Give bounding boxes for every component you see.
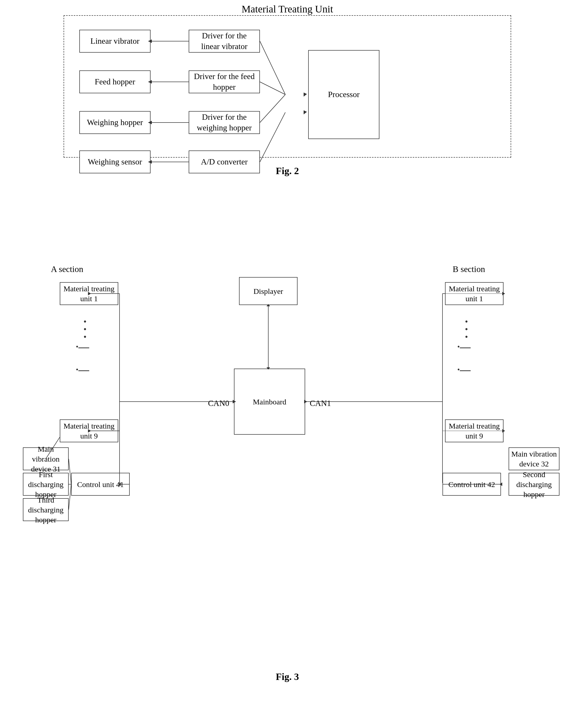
dots-a-1: ···	[83, 318, 87, 341]
svg-line-10	[260, 95, 285, 123]
dots-b-3: ·—	[457, 363, 471, 376]
fig3-inner: A section B section Material treating un…	[20, 254, 554, 661]
svg-marker-41	[499, 483, 502, 486]
svg-marker-3	[148, 80, 152, 84]
fig2-arrows-svg	[64, 16, 511, 157]
fig3-container: A section B section Material treating un…	[20, 254, 554, 682]
svg-marker-32	[502, 292, 505, 295]
svg-marker-1	[148, 40, 152, 43]
svg-marker-15	[267, 304, 270, 306]
fig3-arrows-svg	[20, 254, 554, 661]
fig2-container: Material Treating Unit Linear vibrator F…	[20, 15, 554, 176]
fig2-title: Material Treating Unit	[64, 3, 511, 15]
svg-marker-38	[118, 483, 121, 486]
dots-b-2: ·—	[457, 341, 471, 353]
svg-marker-16	[267, 367, 270, 370]
svg-line-42	[46, 437, 60, 459]
fig3-label: Fig. 3	[20, 671, 554, 682]
svg-marker-23	[88, 429, 91, 433]
svg-marker-22	[88, 292, 91, 295]
svg-marker-13	[304, 110, 307, 114]
svg-marker-31	[304, 400, 307, 404]
svg-marker-33	[502, 429, 505, 433]
svg-line-9	[260, 82, 285, 95]
svg-marker-25	[233, 400, 236, 404]
svg-marker-12	[304, 93, 307, 97]
svg-marker-5	[148, 121, 152, 124]
svg-line-8	[260, 41, 285, 95]
dots-a-2: ·—	[76, 341, 89, 353]
svg-line-34	[69, 459, 71, 484]
dots-b-1: ···	[465, 318, 468, 341]
fig2-outer-box: Material Treating Unit Linear vibrator F…	[64, 15, 511, 158]
svg-line-11	[260, 112, 285, 162]
svg-line-36	[69, 484, 71, 510]
dots-a-3: ·—	[76, 363, 89, 376]
